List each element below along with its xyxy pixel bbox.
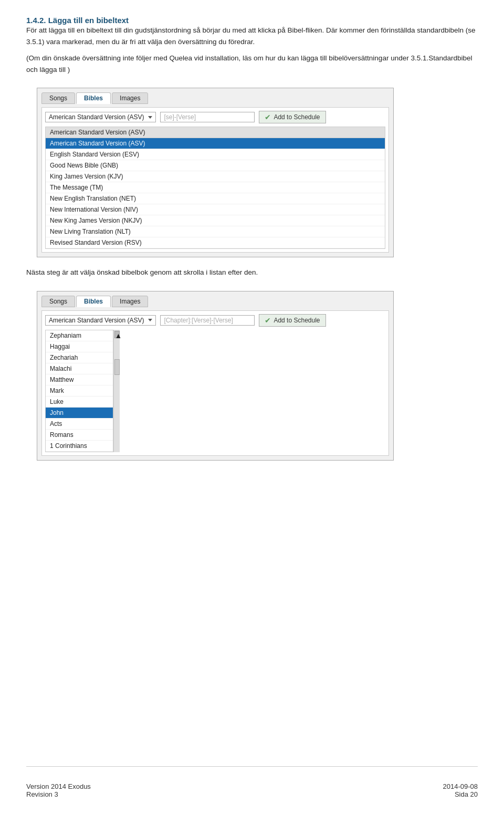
book-label-2: Zechariah (50, 354, 78, 361)
book-label-5: Mark (50, 387, 64, 394)
list-item-label-10: Revised Standard Version (RSV) (50, 239, 142, 246)
verse-input-1[interactable]: [se]-[Verse] (160, 112, 255, 122)
list-item-label-8: New King James Version (NKJV) (50, 217, 142, 224)
tab-bibles-2[interactable]: Bibles (76, 296, 111, 307)
list-item-label-0: American Standard Version (ASV) (50, 129, 145, 136)
footer-version: Version 2014 Exodus (26, 782, 91, 790)
book-label-7: John (50, 409, 64, 416)
checkmark-icon-2: ✔ (265, 316, 271, 325)
book-romans[interactable]: Romans (46, 430, 113, 441)
book-matthew[interactable]: Matthew (46, 374, 113, 385)
list-item-nlt[interactable]: New Living Translation (NLT) (46, 226, 385, 237)
books-list: Zephaniam Haggai Zechariah Malachi Matth… (45, 330, 113, 452)
book-label-8: Acts (50, 420, 62, 427)
tab-images-2[interactable]: Images (112, 296, 148, 307)
book-label-9: Romans (50, 431, 74, 439)
scroll-up-btn[interactable]: ▲ (114, 331, 120, 338)
list-item-esv[interactable]: English Standard Version (ESV) (46, 149, 385, 160)
version-dropdown-1[interactable]: American Standard Version (ASV) (45, 112, 156, 122)
list-item-asv-selected[interactable]: American Standard Version (ASV) (46, 138, 385, 149)
controls-row-2: American Standard Version (ASV) [Chapter… (45, 314, 385, 327)
paragraph-2: (Om din önskade översättning inte följer… (26, 53, 478, 75)
list-item-rsv[interactable]: Revised Standard Version (RSV) (46, 237, 385, 248)
bible-panel-1: Songs Bibles Images American Standard Ve… (37, 88, 394, 257)
dropdown-arrow-2 (148, 319, 152, 321)
book-label-3: Malachi (50, 365, 71, 372)
list-item-kjv[interactable]: King James Version (KJV) (46, 171, 385, 182)
section-heading: 1.4.2. Lägga till en bibeltext (26, 16, 478, 25)
panel2-content: American Standard Version (ASV) [Chapter… (41, 310, 389, 456)
tab-images-1[interactable]: Images (112, 92, 148, 104)
tab-bibles-1[interactable]: Bibles (76, 92, 111, 104)
book-zephaniam[interactable]: Zephaniam (46, 330, 113, 341)
book-haggai[interactable]: Haggai (46, 341, 113, 352)
add-to-schedule-btn-1[interactable]: ✔ Add to Schedule (259, 111, 326, 123)
versions-list-1: American Standard Version (ASV) American… (45, 127, 385, 249)
list-item-label-2: English Standard Version (ESV) (50, 151, 139, 158)
panel1-content: American Standard Version (ASV) [se]-[Ve… (41, 107, 389, 253)
scrollbar-2[interactable]: ▲ (113, 330, 120, 452)
verse-input-2[interactable]: [Chapter]:[Verse]-[Verse] (160, 315, 255, 326)
book-label-4: Matthew (50, 376, 74, 383)
middle-text: Nästa steg är att välja önskad bibelbok … (26, 267, 478, 278)
book-label-6: Luke (50, 398, 64, 405)
list-item-label-4: King James Version (KJV) (50, 173, 123, 180)
list-item-label-7: New International Version (NIV) (50, 206, 138, 213)
footer-left: Version 2014 Exodus Revision 3 (26, 782, 91, 798)
list-item-nkjv[interactable]: New King James Version (NKJV) (46, 215, 385, 226)
add-btn-label-1: Add to Schedule (274, 113, 320, 121)
tab-bar-1: Songs Bibles Images (41, 92, 389, 104)
scroll-thumb[interactable] (114, 359, 120, 375)
book-acts[interactable]: Acts (46, 419, 113, 430)
book-mark[interactable]: Mark (46, 385, 113, 396)
dropdown-arrow-1 (148, 116, 152, 119)
heading-title: Lägga till en bibeltext (48, 16, 129, 25)
footer: Version 2014 Exodus Revision 3 2014-09-0… (26, 766, 478, 798)
footer-revision: Revision 3 (26, 790, 91, 798)
footer-page: Sida 20 (443, 790, 478, 798)
verse-placeholder-2: [Chapter]:[Verse]-[Verse] (164, 317, 233, 324)
list-item-net[interactable]: New English Translation (NET) (46, 193, 385, 204)
list-item-label-5: The Message (TM) (50, 184, 103, 191)
book-luke[interactable]: Luke (46, 396, 113, 408)
list-item-asv-top[interactable]: American Standard Version (ASV) (46, 127, 385, 138)
book-1corinthians[interactable]: 1 Corinthians (46, 441, 113, 452)
book-malachi[interactable]: Malachi (46, 363, 113, 374)
list-item-niv[interactable]: New International Version (NIV) (46, 204, 385, 215)
list-item-tm[interactable]: The Message (TM) (46, 182, 385, 193)
footer-right: 2014-09-08 Sida 20 (443, 782, 478, 798)
book-label-10: 1 Corinthians (50, 442, 87, 450)
book-label-0: Zephaniam (50, 332, 81, 339)
book-john[interactable]: John (46, 408, 113, 419)
book-zechariah[interactable]: Zechariah (46, 352, 113, 363)
checkmark-icon-1: ✔ (265, 113, 271, 121)
add-to-schedule-btn-2[interactable]: ✔ Add to Schedule (259, 314, 326, 327)
dropdown-value-2: American Standard Version (ASV) (49, 317, 144, 324)
bible-panel-2: Songs Bibles Images American Standard Ve… (37, 291, 394, 461)
add-btn-label-2: Add to Schedule (274, 317, 320, 324)
list-item-label-3: Good News Bible (GNB) (50, 162, 118, 169)
books-list-container: Zephaniam Haggai Zechariah Malachi Matth… (45, 330, 385, 452)
controls-row-1: American Standard Version (ASV) [se]-[Ve… (45, 111, 385, 123)
version-dropdown-2[interactable]: American Standard Version (ASV) (45, 315, 156, 326)
list-item-label-1: American Standard Version (ASV) (50, 140, 145, 147)
book-label-1: Haggai (50, 343, 70, 350)
list-item-label-9: New Living Translation (NLT) (50, 228, 131, 235)
tab-songs-2[interactable]: Songs (41, 296, 75, 307)
dropdown-value-1: American Standard Version (ASV) (49, 113, 144, 121)
footer-date: 2014-09-08 (443, 782, 478, 790)
list-item-gnb[interactable]: Good News Bible (GNB) (46, 160, 385, 171)
tab-songs-1[interactable]: Songs (41, 92, 75, 104)
section-title: 1.4.2. Lägga till en bibeltext (26, 16, 129, 25)
tab-bar-2: Songs Bibles Images (41, 296, 389, 307)
paragraph-1: För att lägga till en bibeltext till din… (26, 25, 478, 47)
heading-number: 1.4.2. (26, 16, 46, 25)
list-item-label-6: New English Translation (NET) (50, 195, 136, 202)
verse-placeholder-1: [se]-[Verse] (164, 113, 196, 121)
